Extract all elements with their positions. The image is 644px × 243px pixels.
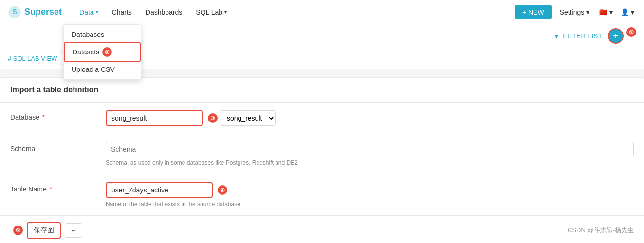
upload-csv-label: Upload a CSV [72,66,115,73]
schema-input[interactable] [106,142,634,156]
schema-input-wrap: Schema, as used only in some databases l… [106,142,634,166]
svg-text:S: S [12,8,17,16]
table-name-input-group: ④ [106,182,634,198]
back-button[interactable]: ← [65,223,82,238]
watermark-text: CSDN @斗志昂-杨先生 [568,226,634,235]
import-table-form: Import a table definition Database * ③ s… [0,77,644,243]
add-button[interactable]: + [608,28,624,44]
back-icon: ← [70,226,77,234]
data-dropdown: Databases Datasets ① Upload a CSV [63,24,141,80]
new-button[interactable]: + NEW [515,5,552,19]
chevron-down-icon: ▾ [96,9,98,15]
nav-item-charts[interactable]: Charts [106,0,138,24]
settings-menu[interactable]: Settings ▾ [556,8,594,16]
filter-list-button[interactable]: ▼ FILTER LIST [553,32,602,40]
annotation-5: ⑤ [13,226,23,235]
table-name-input-wrap: ④ Name of the table that exists in the s… [106,182,634,208]
annotation-2: ② [626,27,636,37]
save-button[interactable]: 保存图 [27,222,61,239]
navbar: S Superset Data ▾ Charts Dashboards SQL … [0,0,644,24]
user-icon: 👤 ▾ [621,8,634,16]
filter-icon: ▼ [553,32,560,40]
schema-row: Schema Schema, as used only in some data… [0,134,644,174]
database-input-wrap: ③ song_result [106,110,634,126]
database-input[interactable] [106,110,203,126]
table-name-input[interactable] [106,182,213,198]
dropdown-item-databases[interactable]: Databases [64,27,141,42]
dropdown-item-datasets[interactable]: Datasets ① [64,42,141,62]
nav-item-dashboards-label: Dashboards [146,8,183,16]
bottom-left-actions: ⑤ 保存图 ← [10,222,82,239]
table-name-hint: Name of the table that exists in the sou… [106,201,634,208]
nav-item-charts-label: Charts [112,8,132,16]
database-row: Database * ③ song_result [0,103,644,134]
required-marker-2: * [50,185,52,193]
language-flag[interactable]: 🇨🇳 ▾ [597,8,615,16]
chevron-down-icon-sqllab: ▾ [224,9,227,15]
database-input-group: ③ song_result [106,110,634,126]
user-menu[interactable]: 👤 ▾ [619,8,636,16]
sql-lab-link-text: # SQL LAB VIEW [8,55,57,62]
plus-icon: + [613,31,619,42]
annotation-3: ③ [208,113,218,123]
form-bottom-bar: ⑤ 保存图 ← CSDN @斗志昂-杨先生 [0,216,644,243]
nav-item-sqllab-label: SQL Lab [196,8,222,16]
superset-logo-icon: S [8,5,21,19]
database-select[interactable]: song_result [220,110,276,126]
required-marker: * [42,113,45,121]
databases-label: Databases [72,31,104,38]
form-title: Import a table definition [0,78,644,103]
table-name-label: Table Name * [10,182,98,193]
annotation-1: ① [102,47,112,57]
datasets-label: Datasets [73,48,99,56]
schema-hint: Schema, as used only in some databases l… [106,159,634,166]
settings-label: Settings [560,8,585,16]
nav-item-data-label: Data [79,8,94,16]
chevron-down-icon-settings: ▾ [586,8,589,16]
flag-icon: 🇨🇳 ▾ [599,8,613,16]
dropdown-item-upload-csv[interactable]: Upload a CSV [64,62,141,77]
table-name-row: Table Name * ④ Name of the table that ex… [0,174,644,216]
filter-list-label: FILTER LIST [563,32,602,40]
logo-text: Superset [24,7,62,17]
database-label: Database * [10,110,98,121]
logo[interactable]: S Superset [8,5,62,19]
save-label: 保存图 [34,226,54,235]
sql-lab-view-link[interactable]: # SQL LAB VIEW [8,55,57,62]
nav-items: Data ▾ Charts Dashboards SQL Lab ▾ [74,0,515,24]
annotation-4: ④ [218,185,227,195]
nav-item-dashboards[interactable]: Dashboards [140,0,188,24]
nav-item-data[interactable]: Data ▾ [74,0,104,24]
schema-label: Schema [10,142,98,153]
nav-item-sqllab[interactable]: SQL Lab ▾ [190,0,233,24]
nav-right: + NEW Settings ▾ 🇨🇳 ▾ 👤 ▾ [515,5,636,19]
